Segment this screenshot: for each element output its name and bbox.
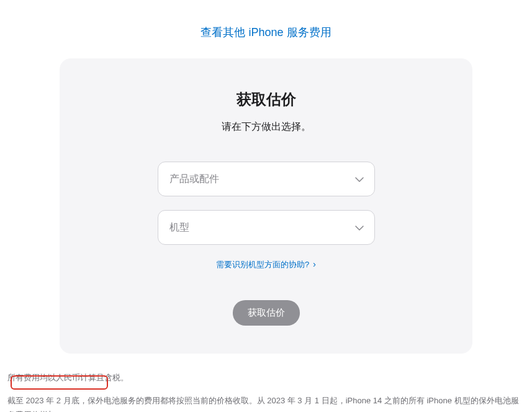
- estimate-card: 获取估价 请在下方做出选择。 产品或配件 机型 需要识别机型方面的协助? 获取估…: [60, 58, 472, 354]
- card-title: 获取估价: [84, 89, 448, 109]
- card-subtitle: 请在下方做出选择。: [84, 121, 448, 134]
- model-select-placeholder: 机型: [169, 221, 189, 234]
- help-identify-model-text[interactable]: 需要识别机型方面的协助?: [216, 260, 316, 269]
- help-identify-model-link[interactable]: 需要识别机型方面的协助?: [84, 259, 448, 270]
- product-select[interactable]: 产品或配件: [158, 162, 375, 196]
- footer-price-notice: 截至 2023 年 2 月底，保外电池服务的费用都将按照当前的价格收取。从 20…: [6, 393, 526, 412]
- model-select-wrapper: 机型: [158, 210, 375, 245]
- model-select[interactable]: 机型: [158, 210, 375, 245]
- view-other-fees-link[interactable]: 查看其他 iPhone 服务费用: [6, 0, 526, 58]
- view-other-fees-link-text[interactable]: 查看其他 iPhone 服务费用: [201, 26, 331, 39]
- product-select-wrapper: 产品或配件: [158, 162, 375, 196]
- annotation-highlight: [11, 375, 108, 390]
- get-estimate-button[interactable]: 获取估价: [233, 300, 300, 326]
- product-select-placeholder: 产品或配件: [169, 173, 219, 186]
